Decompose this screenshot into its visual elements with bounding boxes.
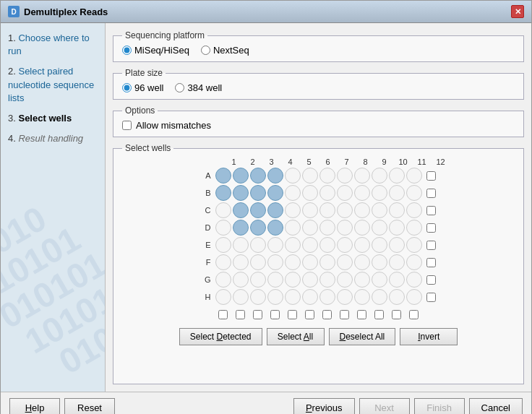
well-D4[interactable] — [267, 220, 283, 236]
well-G6[interactable] — [302, 272, 318, 288]
well-H8[interactable] — [337, 289, 353, 305]
well-B4[interactable] — [267, 185, 283, 201]
well-B2[interactable] — [233, 185, 249, 201]
well-F11[interactable] — [389, 254, 405, 270]
well-E6[interactable] — [302, 237, 318, 253]
well-C11[interactable] — [389, 202, 405, 218]
well-C4[interactable] — [267, 202, 283, 218]
well-E5[interactable] — [285, 237, 301, 253]
well-A10[interactable] — [372, 168, 387, 184]
well-F1[interactable] — [215, 254, 231, 270]
mismatches-option[interactable]: Allow mismatches — [122, 120, 515, 131]
well-B1[interactable] — [215, 185, 231, 201]
well-C7[interactable] — [319, 202, 335, 218]
col-check-1[interactable] — [215, 306, 231, 322]
nextseq-option[interactable]: NextSeq — [201, 45, 249, 56]
row-check-A[interactable] — [424, 168, 439, 184]
well-A12[interactable] — [406, 168, 422, 184]
well-E2[interactable] — [233, 237, 249, 253]
help-button[interactable]: Help — [9, 398, 60, 414]
well-D9[interactable] — [354, 220, 370, 236]
384well-option[interactable]: 384 well — [175, 82, 222, 93]
well-G4[interactable] — [267, 272, 283, 288]
well-F8[interactable] — [337, 254, 353, 270]
well-C10[interactable] — [372, 202, 387, 218]
well-D2[interactable] — [233, 220, 249, 236]
well-H7[interactable] — [319, 289, 335, 305]
well-C6[interactable] — [302, 202, 318, 218]
row-check-F[interactable] — [424, 254, 439, 270]
well-C8[interactable] — [337, 202, 353, 218]
well-D8[interactable] — [337, 220, 353, 236]
well-F5[interactable] — [285, 254, 301, 270]
col-check-7[interactable] — [319, 306, 335, 322]
well-B6[interactable] — [302, 185, 318, 201]
well-E4[interactable] — [267, 237, 283, 253]
well-G9[interactable] — [354, 272, 370, 288]
well-H3[interactable] — [250, 289, 266, 305]
well-A1[interactable] — [215, 168, 231, 184]
well-E11[interactable] — [389, 237, 405, 253]
well-F10[interactable] — [372, 254, 387, 270]
close-button[interactable]: ✕ — [511, 5, 524, 18]
miseq-option[interactable]: MiSeq/HiSeq — [122, 45, 189, 56]
well-A3[interactable] — [250, 168, 266, 184]
well-E3[interactable] — [250, 237, 266, 253]
well-B9[interactable] — [354, 185, 370, 201]
well-G1[interactable] — [215, 272, 231, 288]
row-check-D[interactable] — [424, 220, 439, 236]
well-G12[interactable] — [406, 272, 422, 288]
miseq-radio[interactable] — [122, 46, 132, 55]
well-A11[interactable] — [389, 168, 405, 184]
well-A7[interactable] — [319, 168, 335, 184]
finish-button[interactable]: Finish — [414, 398, 465, 414]
row-check-C[interactable] — [424, 202, 439, 218]
well-H10[interactable] — [372, 289, 387, 305]
row-check-H[interactable] — [424, 289, 439, 305]
well-B8[interactable] — [337, 185, 353, 201]
well-C3[interactable] — [250, 202, 266, 218]
96well-option[interactable]: 96 well — [122, 82, 163, 93]
invert-button[interactable]: Invert — [400, 328, 458, 345]
well-D7[interactable] — [319, 220, 335, 236]
well-D3[interactable] — [250, 220, 266, 236]
well-C12[interactable] — [406, 202, 422, 218]
well-B7[interactable] — [319, 185, 335, 201]
col-check-6[interactable] — [302, 306, 318, 322]
well-B11[interactable] — [389, 185, 405, 201]
mismatches-checkbox[interactable] — [122, 121, 132, 130]
well-B5[interactable] — [285, 185, 301, 201]
col-check-2[interactable] — [233, 306, 249, 322]
well-H12[interactable] — [406, 289, 422, 305]
col-check-3[interactable] — [250, 306, 266, 322]
well-A5[interactable] — [285, 168, 301, 184]
col-check-4[interactable] — [267, 306, 283, 322]
well-E7[interactable] — [319, 237, 335, 253]
well-C9[interactable] — [354, 202, 370, 218]
well-G10[interactable] — [372, 272, 387, 288]
well-B12[interactable] — [406, 185, 422, 201]
well-F2[interactable] — [233, 254, 249, 270]
well-D6[interactable] — [302, 220, 318, 236]
well-G11[interactable] — [389, 272, 405, 288]
col-check-5[interactable] — [285, 306, 301, 322]
select-detected-button[interactable]: Select Detected — [179, 328, 262, 345]
well-C2[interactable] — [233, 202, 249, 218]
well-F3[interactable] — [250, 254, 266, 270]
well-A2[interactable] — [233, 168, 249, 184]
well-G5[interactable] — [285, 272, 301, 288]
well-D5[interactable] — [285, 220, 301, 236]
well-F9[interactable] — [354, 254, 370, 270]
reset-button[interactable]: Reset — [64, 398, 115, 414]
select-all-button[interactable]: Select All — [267, 328, 325, 345]
well-F4[interactable] — [267, 254, 283, 270]
well-G2[interactable] — [233, 272, 249, 288]
well-F7[interactable] — [319, 254, 335, 270]
col-check-9[interactable] — [354, 306, 370, 322]
well-B3[interactable] — [250, 185, 266, 201]
well-G7[interactable] — [319, 272, 335, 288]
deselect-all-button[interactable]: Deselect All — [329, 328, 396, 345]
row-check-E[interactable] — [424, 237, 439, 253]
well-F12[interactable] — [406, 254, 422, 270]
well-H9[interactable] — [354, 289, 370, 305]
